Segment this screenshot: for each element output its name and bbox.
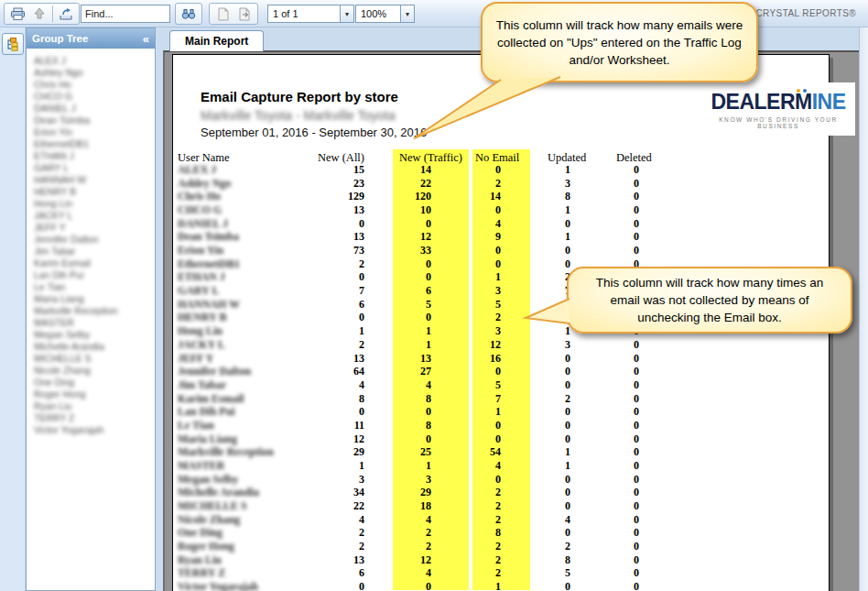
value-cell-no-email: 14 [446, 190, 501, 203]
group-tree-item[interactable]: HANNAH W [34, 174, 153, 186]
value-cell-new-all: 4 [309, 513, 364, 527]
group-tree-item[interactable]: Ashley Ngo [34, 67, 153, 79]
group-tree-item[interactable]: Jennifer Dalton [34, 234, 153, 246]
value-cell-deleted: 0 [584, 230, 639, 244]
user-name-cell: JEFF Y [178, 352, 315, 366]
collapse-panel-button[interactable]: « [143, 32, 149, 46]
user-name-cell: HANNAH W [178, 298, 315, 312]
table-row: Lan Dih Pui00100 [173, 405, 686, 419]
find-input[interactable] [81, 5, 170, 23]
previous-page-button[interactable] [212, 5, 233, 23]
group-tree-item[interactable]: CHCO G [34, 91, 153, 103]
zoom-selector: 100% ▾ [355, 5, 415, 23]
previous-page-icon [217, 7, 229, 21]
group-tree-item[interactable]: ALEX J [34, 55, 153, 67]
value-cell-updated: 2 [515, 540, 570, 553]
value-cell-updated: 8 [515, 190, 570, 203]
group-tree-item[interactable]: One Ding [34, 377, 153, 389]
group-tree-item[interactable]: JACKY L [34, 210, 153, 222]
group-tree-item[interactable]: MICHELLE S [34, 353, 153, 365]
group-tree-item[interactable]: MASTER [34, 317, 153, 329]
value-cell-updated: 0 [515, 473, 570, 487]
value-cell-no-email: 9 [446, 230, 501, 244]
group-tree-item[interactable]: HENRY B [34, 186, 153, 198]
value-cell-deleted: 0 [584, 392, 639, 406]
group-tree-item[interactable]: EthernetDB1 [34, 138, 153, 150]
value-cell-new-traffic: 0 [376, 580, 431, 591]
callout-traffic-text: This column will track how many emails w… [495, 16, 743, 69]
group-tree-item[interactable]: Le Tian [34, 281, 153, 293]
zoom-selector-value[interactable]: 100% [355, 5, 401, 23]
value-cell-updated: 0 [515, 486, 570, 499]
value-cell-new-traffic: 22 [376, 177, 431, 191]
group-tree-item[interactable]: Markville Reception [34, 305, 153, 317]
value-cell-updated: 1 [515, 203, 570, 217]
value-cell-new-all: 73 [309, 244, 364, 257]
value-cell-no-email: 5 [446, 298, 501, 312]
value-cell-updated: 0 [515, 378, 570, 392]
group-tree-item[interactable]: Roger Hong [34, 389, 153, 400]
value-cell-no-email: 0 [446, 419, 501, 432]
group-tree-item[interactable]: TERRY Z [34, 412, 153, 424]
group-tree-item[interactable]: DANIEL J [34, 103, 153, 115]
next-page-button[interactable] [233, 5, 255, 23]
user-name-cell: Markville Reception [178, 445, 315, 459]
print-button[interactable] [6, 5, 28, 23]
value-cell-no-email: 2 [446, 513, 501, 527]
group-tree-item[interactable]: Ryan Liu [34, 400, 153, 412]
export-page-setup-button[interactable] [55, 5, 77, 23]
value-cell-deleted: 0 [584, 177, 639, 191]
group-tree-item[interactable]: Victor Yogarajah [34, 424, 153, 436]
value-cell-new-traffic: 0 [376, 432, 431, 446]
value-cell-new-all: 3 [309, 473, 364, 487]
value-cell-new-all: 15 [309, 163, 364, 177]
find-next-button[interactable] [178, 5, 200, 23]
zoom-selector-dropdown-button[interactable]: ▾ [401, 5, 415, 23]
value-cell-new-traffic: 8 [376, 419, 431, 432]
table-row: JEFF Y13131600 [173, 352, 686, 366]
user-name-cell: GARY L [178, 284, 315, 298]
value-cell-deleted: 0 [584, 432, 639, 446]
group-tree-panel: Group Tree « ALEX JAshley NgoChris HoCHC… [26, 27, 156, 591]
page-selector-value[interactable]: 1 of 1 [267, 5, 341, 23]
value-cell-new-traffic: 5 [376, 298, 431, 312]
group-tree-item[interactable]: Nicole Zhang [34, 365, 153, 377]
table-row: Maria Liang120000 [173, 432, 686, 446]
group-tree-item[interactable]: Maria Liang [34, 293, 153, 305]
logo-text-ine: INE [812, 90, 846, 114]
user-name-cell: Hong Lin [178, 324, 315, 338]
group-tree-item[interactable]: Megan Selby [34, 329, 153, 341]
up-arrow-icon [33, 7, 46, 20]
group-tree-item[interactable]: JEFF Y [34, 222, 153, 234]
group-tree-item[interactable]: Erion Yin [34, 126, 153, 138]
value-cell-no-email: 3 [446, 324, 501, 338]
group-tree-item[interactable]: Lan Dih Pui [34, 269, 153, 281]
logo-tagline: KNOW WHO'S DRIVING YOUR BUSINESS [701, 116, 855, 129]
group-tree-toggle-button[interactable] [2, 33, 24, 55]
page-selector-dropdown-button[interactable]: ▾ [341, 5, 354, 23]
value-cell-new-traffic: 29 [376, 486, 431, 499]
value-cell-updated: 2 [515, 270, 570, 284]
value-cell-new-all: 2 [309, 338, 364, 352]
logo-text-dealer: DEALER [711, 90, 795, 114]
value-cell-new-all: 2 [309, 526, 364, 540]
value-cell-deleted: 0 [584, 580, 639, 591]
value-cell-new-traffic: 12 [376, 230, 431, 244]
value-cell-no-email: 1 [446, 580, 501, 591]
table-row: Le Tian118000 [173, 419, 686, 432]
group-tree-item[interactable]: Jim Tabar [34, 246, 153, 257]
group-tree-item[interactable]: Chris Ho [34, 79, 153, 91]
group-tree-item[interactable]: GARY L [34, 162, 153, 174]
group-tree-item[interactable]: Karim Esmail [34, 257, 153, 269]
value-cell-new-all: 6 [309, 298, 364, 312]
group-tree-item[interactable]: Dean Tsimba [34, 115, 153, 126]
value-cell-no-email: 2 [446, 486, 501, 499]
value-cell-no-email: 2 [446, 311, 501, 324]
report-title: Email Capture Report by store [201, 89, 398, 104]
group-tree-item[interactable]: Hong Lin [34, 198, 153, 210]
tab-main-report[interactable]: Main Report [169, 30, 264, 51]
export-button[interactable] [28, 5, 50, 23]
group-tree-item[interactable]: Michelle Arandia [34, 341, 153, 353]
dealermine-logo: DEALERMINE KNOW WHO'S DRIVING YOUR BUSIN… [701, 82, 855, 136]
group-tree-item[interactable]: ETHAN J [34, 150, 153, 162]
